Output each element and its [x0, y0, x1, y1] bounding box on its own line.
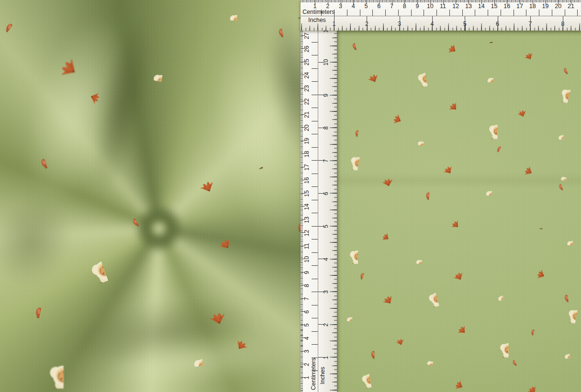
- ruler-tick: [312, 200, 318, 200]
- flower-motif-daisy: [386, 323, 408, 345]
- ruler-number: 7: [323, 159, 329, 163]
- ruler-number: 7: [304, 297, 310, 301]
- flower-motif-bud: [515, 313, 538, 336]
- ruler-tick: [312, 55, 318, 55]
- flower-motif-rosesm: [543, 123, 564, 142]
- ruler-tick: [334, 10, 335, 16]
- ruler-number: 4: [304, 337, 310, 340]
- ruler-tick: [312, 147, 318, 148]
- ruler-tick: [312, 174, 318, 174]
- ruler-number: 12: [304, 230, 310, 237]
- ruler-number: 8: [304, 284, 310, 287]
- ruler-number: 6: [323, 192, 329, 196]
- flower-motif-daisy: [513, 36, 536, 59]
- ruler-tick: [514, 10, 514, 16]
- flower-motif-rose: [13, 333, 63, 389]
- ruler-number: 8: [403, 3, 406, 10]
- ruler-tick: [577, 10, 578, 16]
- ruler-tick: [312, 213, 318, 213]
- ruler-tick: [565, 10, 565, 16]
- flower-motif-rosesm: [414, 343, 438, 366]
- flower-motif-rosesm: [170, 339, 203, 370]
- flower-motif-bud: [350, 335, 375, 359]
- ruler-number: 19: [542, 3, 549, 10]
- ruler-number: 3: [339, 3, 342, 10]
- ruler-number: 18: [529, 3, 536, 10]
- ruler-number: 10: [323, 59, 329, 66]
- ruler-tick: [488, 10, 488, 16]
- flower-motif-daisy: [518, 257, 544, 283]
- ruler-number: 13: [304, 217, 310, 223]
- flower-motif-rosesm: [482, 284, 503, 305]
- flower-motif-rose: [393, 54, 428, 91]
- ruler-tick: [312, 239, 318, 240]
- ruler-tick: [312, 95, 318, 95]
- ruler-number: 2: [323, 323, 329, 327]
- ruler-number: 15: [304, 190, 310, 197]
- horizontal-ruler-scale: Centimeters Inches 123456789101112131415…: [301, 0, 581, 31]
- ruler-tick: [462, 10, 463, 16]
- vertical-ruler-centimeters-label: Centimeters: [311, 358, 317, 390]
- ruler-tick: [347, 10, 347, 16]
- ruler-number: 4: [323, 258, 329, 261]
- ruler-number: 12: [452, 3, 459, 10]
- ruler-tick: [312, 344, 318, 345]
- ruler-tick: [501, 10, 501, 16]
- ruler-number: 5: [323, 225, 329, 228]
- flower-motif-daisy: [369, 278, 394, 303]
- flower-motif-daisy: [440, 254, 466, 280]
- ruler-number: 7: [390, 3, 393, 10]
- ruler-tick: [312, 305, 318, 305]
- ruler-tick: [552, 10, 552, 16]
- ruler-number: 8: [323, 126, 329, 130]
- horizontal-ruler: Centimeters Inches 123456789101112131415…: [301, 0, 581, 31]
- flower-motif-daisy: [439, 208, 458, 227]
- ruler-number: 3: [323, 290, 329, 294]
- right-fabric-flat: [301, 29, 581, 392]
- ruler-number: 14: [478, 3, 485, 10]
- ruler-number: 21: [304, 111, 310, 118]
- ruler-tick: [411, 10, 412, 16]
- flower-motif-bud: [253, 11, 283, 42]
- ruler-number: 5: [365, 3, 368, 10]
- ruler-number: 6: [304, 310, 310, 314]
- flower-motif-daisy: [28, 33, 75, 80]
- flower-motif-rosesm: [473, 64, 493, 82]
- ruler-tick: [312, 226, 318, 227]
- horizontal-ruler-centimeters-label: Centimeters: [302, 9, 335, 15]
- ruler-number: 11: [304, 243, 310, 250]
- ruler-tick: [539, 10, 539, 16]
- flower-motif-daisy: [235, 321, 263, 349]
- ruler-tick-comb: [334, 29, 337, 392]
- ruler-tick: [398, 10, 399, 16]
- flower-motif-rosesm: [402, 244, 425, 264]
- ruler-number: 9: [323, 94, 329, 97]
- flower-motif-rosesm: [134, 53, 165, 82]
- ruler-tick: [312, 279, 318, 279]
- ruler-number: 9: [304, 271, 310, 274]
- ruler-number: 2: [304, 363, 310, 366]
- ruler-number: 2: [326, 3, 329, 10]
- ruler-number: 1: [304, 376, 310, 380]
- fabric-product-photo: Centimeters Inches 123456789101112131415…: [0, 0, 581, 392]
- flower-motif-daisy: [431, 150, 454, 173]
- ruler-tick: [475, 10, 475, 16]
- ruler-number: 25: [304, 59, 310, 65]
- ruler-number: 24: [304, 72, 310, 79]
- ruler-tick: [312, 370, 318, 371]
- ruler-number: 9: [416, 3, 419, 10]
- flower-motif-daisy: [381, 377, 407, 392]
- flower-motif-rosesm: [549, 342, 570, 361]
- ruler-tick: [424, 10, 424, 16]
- flower-motif-rosesm: [472, 177, 492, 196]
- ruler-tick: [312, 81, 318, 82]
- flower-motif-daisy: [368, 222, 389, 242]
- ruler-number: 20: [555, 3, 561, 10]
- ruler-tick: [312, 252, 318, 253]
- flower-motif-rose: [477, 323, 508, 357]
- ruler-scale-divider: [318, 29, 318, 392]
- ruler-tick: [436, 10, 437, 16]
- flower-motif-rosesm: [404, 124, 427, 146]
- ruler-tick: [312, 134, 318, 134]
- ruler-tick: [312, 331, 318, 332]
